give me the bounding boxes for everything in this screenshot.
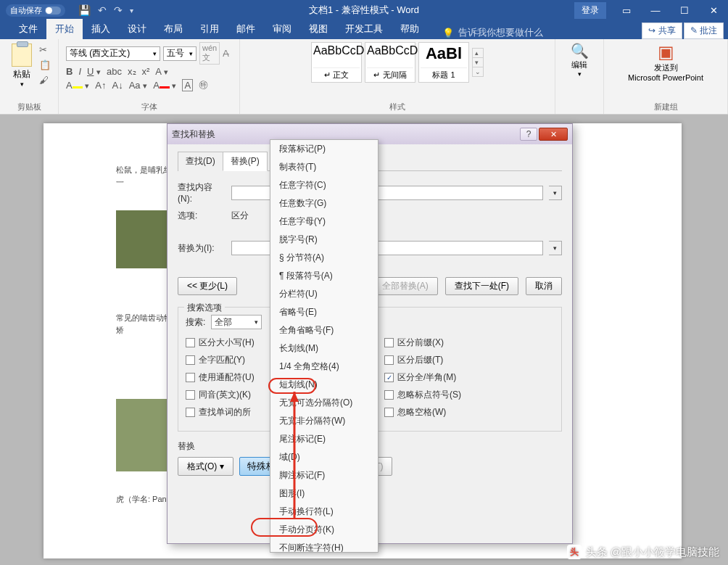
- find-history-dropdown[interactable]: ▾: [549, 186, 562, 200]
- chk-fullhalf[interactable]: ✓: [384, 373, 394, 382]
- chk-whole[interactable]: [186, 355, 195, 365]
- share-button[interactable]: ↪ 共享: [642, 22, 682, 39]
- font-size-select[interactable]: 五号 ▾: [163, 46, 197, 61]
- tab-dev[interactable]: 开发工具: [336, 19, 392, 39]
- sf-item-nonbreak-hyphen[interactable]: 不间断连字符(H): [270, 539, 378, 553]
- sf-item-any-digit[interactable]: 任意数字(G): [270, 194, 378, 213]
- send-to-ppt-button[interactable]: ▣ 发送到 Microsoft PowerPoint: [611, 42, 720, 82]
- annotate-button[interactable]: ✎ 批注: [684, 22, 724, 39]
- font-shrink-icon[interactable]: A↓: [112, 80, 123, 91]
- undo-icon[interactable]: ↶: [98, 4, 107, 16]
- sf-item-graphic[interactable]: 图形(I): [270, 484, 378, 503]
- sf-item-any-letter[interactable]: 任意字母(Y): [270, 213, 378, 231]
- tab-view[interactable]: 视图: [300, 19, 336, 39]
- format-button[interactable]: 格式(O) ▾: [178, 457, 233, 476]
- tab-mail[interactable]: 邮件: [228, 19, 264, 39]
- paste-button[interactable]: 粘贴 ▾: [7, 42, 36, 88]
- replace-all-button[interactable]: 全部替换(A): [373, 277, 438, 295]
- superscript-icon[interactable]: x²: [142, 66, 150, 77]
- sf-item-full-ellipsis[interactable]: 全角省略号(F): [270, 321, 378, 339]
- paste-more-icon[interactable]: ▾: [7, 81, 36, 88]
- italic-icon[interactable]: I: [78, 66, 81, 77]
- autosave-toggle-group[interactable]: 自动保存: [6, 4, 65, 17]
- chk-wildcard[interactable]: [186, 373, 195, 382]
- font-color-icon[interactable]: A ▾: [153, 80, 176, 91]
- chk-sounds[interactable]: [186, 390, 195, 400]
- tab-insert[interactable]: 插入: [83, 19, 119, 39]
- change-case-icon[interactable]: Aa ▾: [129, 80, 148, 91]
- replace-history-dropdown[interactable]: ▾: [549, 241, 562, 255]
- tab-home[interactable]: 开始: [46, 19, 83, 39]
- tab-replace[interactable]: 替换(P): [223, 152, 268, 171]
- tab-help[interactable]: 帮助: [392, 19, 428, 39]
- sf-item-caret[interactable]: 脱字号(R): [270, 231, 378, 249]
- sf-item-para-symbol[interactable]: ¶ 段落符号(A): [270, 267, 378, 285]
- maximize-icon[interactable]: ☐: [670, 0, 699, 20]
- sf-item-em-dash[interactable]: 长划线(M): [270, 339, 378, 358]
- edit-button[interactable]: 🔍 编辑 ▾: [563, 42, 596, 78]
- style-nospacing[interactable]: AaBbCcDc ↵ 无间隔: [365, 42, 415, 83]
- cut-icon[interactable]: ✂: [39, 44, 51, 55]
- phonetic-guide-icon[interactable]: wén文: [199, 42, 220, 65]
- char-border-icon[interactable]: A: [182, 79, 193, 91]
- sf-item-en-dash[interactable]: 短划线(N): [270, 376, 378, 394]
- sf-item-paragraph-mark[interactable]: 段落标记(P): [270, 140, 378, 158]
- clear-format-icon[interactable]: A̶: [223, 48, 229, 59]
- sf-item-footnote[interactable]: 脚注标记(F): [270, 466, 378, 484]
- chk-punct[interactable]: [384, 390, 394, 400]
- style-heading1[interactable]: AaBl 标题 1: [418, 42, 469, 83]
- tellme-search[interactable]: 💡 告诉我你想要做什么: [442, 26, 543, 39]
- sf-item-ellipsis[interactable]: 省略号(E): [270, 303, 378, 321]
- sf-item-field[interactable]: 域(D): [270, 448, 378, 466]
- chk-forms[interactable]: [186, 408, 195, 417]
- bold-icon[interactable]: B: [66, 66, 73, 77]
- sf-item-quarter-em[interactable]: 1/4 全角空格(4): [270, 358, 378, 376]
- sf-item-endnote[interactable]: 尾注标记(E): [270, 430, 378, 448]
- sf-item-manual-page[interactable]: 手动分页符(K): [270, 521, 378, 539]
- strike-icon[interactable]: abc: [107, 66, 122, 77]
- sf-item-manual-line[interactable]: 手动换行符(L): [270, 503, 378, 521]
- close-icon[interactable]: ✕: [699, 0, 728, 20]
- find-next-button[interactable]: 查找下一处(F): [445, 277, 518, 295]
- chk-prefix[interactable]: [384, 338, 394, 347]
- styles-gallery-scroll[interactable]: ▴ ▾ ⌄: [472, 48, 484, 77]
- dialog-close-button[interactable]: ✕: [539, 128, 568, 141]
- chk-case[interactable]: [186, 338, 195, 347]
- less-button[interactable]: << 更少(L): [178, 277, 237, 295]
- login-button[interactable]: 登录: [574, 2, 606, 19]
- underline-icon[interactable]: U ▾: [87, 66, 101, 77]
- sf-item-tab[interactable]: 制表符(T): [270, 158, 378, 176]
- ribbon-display-icon[interactable]: ▭: [612, 0, 641, 20]
- font-grow-icon[interactable]: A↑: [95, 80, 106, 91]
- highlight-color-icon[interactable]: A ▾: [66, 80, 89, 91]
- tab-review[interactable]: 审阅: [264, 19, 300, 39]
- sf-item-column-break[interactable]: 分栏符(U): [270, 285, 378, 303]
- subscript-icon[interactable]: x₂: [128, 66, 136, 77]
- sf-item-nowidth-optional[interactable]: 无宽可选分隔符(O): [270, 394, 378, 412]
- chk-space[interactable]: [384, 408, 394, 417]
- minimize-icon[interactable]: —: [641, 0, 670, 20]
- format-painter-icon[interactable]: 🖌: [39, 75, 51, 86]
- chk-suffix[interactable]: [384, 355, 394, 365]
- copy-icon[interactable]: 📋: [39, 59, 51, 70]
- tab-file[interactable]: 文件: [10, 19, 46, 39]
- cancel-button[interactable]: 取消: [526, 277, 562, 295]
- sf-item-nowidth-nonbreak[interactable]: 无宽非分隔符(W): [270, 412, 378, 430]
- sf-item-any-char[interactable]: 任意字符(C): [270, 176, 378, 194]
- autosave-switch[interactable]: [45, 7, 61, 15]
- tab-find[interactable]: 查找(D): [178, 152, 223, 171]
- text-effects-icon[interactable]: A ▾: [155, 66, 168, 77]
- redo-icon[interactable]: ↷: [114, 4, 123, 16]
- save-icon[interactable]: 💾: [78, 4, 91, 16]
- watermark: 头 头条 @跟小小筱学电脑技能: [567, 545, 719, 559]
- style-normal[interactable]: AaBbCcDc ↵ 正文: [311, 42, 362, 83]
- enclose-char-icon[interactable]: ㊕: [199, 78, 208, 91]
- qat-more-icon[interactable]: ▾: [130, 7, 133, 15]
- search-direction-select[interactable]: 全部▾: [211, 315, 262, 329]
- tab-references[interactable]: 引用: [191, 19, 228, 39]
- font-family-select[interactable]: 等线 (西文正文) ▾: [66, 46, 160, 61]
- dialog-help-button[interactable]: ?: [520, 128, 537, 141]
- tab-design[interactable]: 设计: [119, 19, 155, 39]
- tab-layout[interactable]: 布局: [155, 19, 191, 39]
- sf-item-section-char[interactable]: § 分节符(A): [270, 249, 378, 267]
